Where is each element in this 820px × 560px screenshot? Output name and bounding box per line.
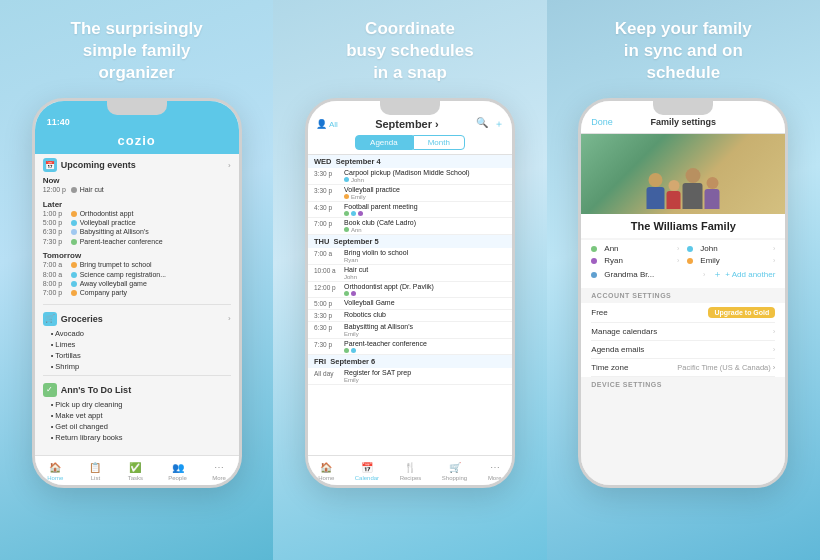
all-label: 👤 All [316, 119, 338, 129]
footer-tasks[interactable]: ✅ Tasks [128, 460, 143, 481]
account-row-free: Free Upgrade to Gold [591, 303, 775, 323]
cal-event: 7:00 p Book club (Café Ladro) Ann [308, 218, 512, 235]
thu-header: THU September 5 [308, 235, 512, 248]
wed-header: WED September 4 [308, 155, 512, 168]
member-row: Ryan › Emily › [591, 256, 775, 265]
event-row: 8:00 a Science camp registration... [43, 271, 231, 279]
phone3-body: The Williams Family Ann › John › [581, 134, 785, 485]
phone2-footer: 🏠 Home 📅 Calendar 🍴 Recipes 🛒 Shopping ⋯… [308, 455, 512, 485]
phone-notch-2 [380, 101, 440, 115]
divider [43, 375, 231, 376]
add-plus-icon: ＋ [713, 268, 722, 281]
footer-shopping[interactable]: 🛒 Shopping [442, 460, 467, 481]
timezone-value: Pacific Time (US & Canada) › [677, 363, 775, 372]
now-label: Now [43, 176, 231, 185]
fri-header: FRI September 6 [308, 355, 512, 368]
member-grandma[interactable]: Grandma Br... › [591, 268, 705, 281]
todo-section-header: ✓ Ann's To Do List [35, 379, 239, 399]
family-name-section: The Williams Family [581, 214, 785, 238]
account-row-calendars[interactable]: Manage calendars › [591, 323, 775, 341]
groceries-chevron: › [228, 314, 231, 323]
home-icon-2: 🏠 [319, 460, 333, 474]
footer-home[interactable]: 🏠 Home [47, 460, 63, 481]
phone2-top: 👤 All September › 🔍 ＋ [316, 117, 504, 131]
manage-calendars-chevron: › [773, 327, 776, 336]
upgrade-button[interactable]: Upgrade to Gold [708, 307, 775, 318]
dot-icon [71, 211, 77, 217]
tab-agenda[interactable]: Agenda [355, 135, 413, 150]
cal-event: 7:00 a Bring violin to school Ryan [308, 248, 512, 265]
phone1-footer: 🏠 Home 📋 List ✅ Tasks 👥 People ⋯ More [35, 455, 239, 485]
status-time: 11:40 [47, 117, 70, 127]
grocery-item: • Limes [35, 339, 239, 350]
groceries-section-header: 🛒 Groceries › [35, 308, 239, 328]
left-title: The surprisinglysimple familyorganizer [71, 18, 203, 84]
todo-title: Ann's To Do List [61, 385, 231, 395]
member-ryan[interactable]: Ryan › [591, 256, 679, 265]
account-rows: Free Upgrade to Gold Manage calendars › … [581, 303, 785, 377]
middle-title: Coordinatebusy schedulesin a snap [346, 18, 474, 84]
event-row: 7:00 a Bring trumpet to school [43, 261, 231, 269]
dot-icon [71, 262, 77, 268]
dot-icon [71, 187, 77, 193]
cal-event: All day Register for SAT prep Emily [308, 368, 512, 385]
search-icon[interactable]: 🔍 [476, 117, 488, 131]
todo-item: • Get oil changed [35, 421, 239, 432]
footer-home-2[interactable]: 🏠 Home [318, 460, 334, 481]
dot-icon [71, 272, 77, 278]
todo-item: • Make vet appt [35, 410, 239, 421]
add-icon[interactable]: ＋ [494, 117, 504, 131]
cal-event: 5:00 p Volleyball Game [308, 298, 512, 310]
cal-event: 7:30 p Parent-teacher conference [308, 339, 512, 355]
upcoming-chevron: › [228, 161, 231, 170]
footer-more[interactable]: ⋯ More [212, 460, 226, 481]
grocery-item: • Shrimp [35, 361, 239, 372]
member-name: Emily [700, 256, 769, 265]
add-another-label: + Add another [725, 270, 775, 279]
shopping-icon: 🛒 [448, 460, 462, 474]
dot-icon [71, 281, 77, 287]
member-emily[interactable]: Emily › [687, 256, 775, 265]
footer-calendar[interactable]: 📅 Calendar [355, 460, 379, 481]
add-another-button[interactable]: ＋ + Add another [713, 268, 775, 281]
cal-event: 6:30 p Babysitting at Allison's Emily [308, 322, 512, 339]
recipes-icon: 🍴 [403, 460, 417, 474]
done-button[interactable]: Done [591, 117, 613, 127]
cal-event: 4:30 p Football parent meeting [308, 202, 512, 218]
device-section: DEVICE SETTINGS [581, 377, 785, 392]
event-row: 7:30 p Parent-teacher conference [43, 238, 231, 246]
tab-month[interactable]: Month [413, 135, 465, 150]
free-label: Free [591, 308, 607, 317]
cal-event: 3:30 p Volleyball practice Emily [308, 185, 512, 202]
dot-icon [71, 220, 77, 226]
footer-people[interactable]: 👥 People [168, 460, 187, 481]
cal-event: 3:30 p Carpool pickup (Madison Middle Sc… [308, 168, 512, 185]
member-chevron: › [773, 257, 775, 264]
upcoming-title: Upcoming events [61, 160, 228, 170]
grocery-item: • Tortillas [35, 350, 239, 361]
account-row-agenda[interactable]: Agenda emails › [591, 341, 775, 359]
app-header-1: cozio [35, 131, 239, 154]
footer-more-2[interactable]: ⋯ More [488, 460, 502, 481]
member-name: Grandma Br... [604, 270, 699, 279]
account-row-timezone[interactable]: Time zone Pacific Time (US & Canada) › [591, 359, 775, 377]
todo-item: • Pick up dry cleaning [35, 399, 239, 410]
calendar-icon: 📅 [43, 158, 57, 172]
agenda-emails-chevron: › [773, 345, 776, 354]
member-row-last: Grandma Br... › ＋ + Add another [591, 268, 775, 281]
event-row: 5:00 p Volleyball practice [43, 219, 231, 227]
timezone-label: Time zone [591, 363, 628, 372]
later-group: Later 1:00 p Orthodontist appt 5:00 p Vo… [35, 198, 239, 250]
cal-event: 3:30 p Robotics club [308, 310, 512, 322]
family-photo [581, 134, 785, 214]
cal-event: 12:00 p Orthodontist appt (Dr. Pavlik) [308, 282, 512, 298]
footer-recipes[interactable]: 🍴 Recipes [400, 460, 422, 481]
member-john[interactable]: John › [687, 244, 775, 253]
member-dot [687, 246, 693, 252]
todo-icon: ✓ [43, 383, 57, 397]
footer-list[interactable]: 📋 List [88, 460, 102, 481]
later-label: Later [43, 200, 231, 209]
member-ann[interactable]: Ann › [591, 244, 679, 253]
people-icon: 👥 [171, 460, 185, 474]
member-dot [591, 272, 597, 278]
